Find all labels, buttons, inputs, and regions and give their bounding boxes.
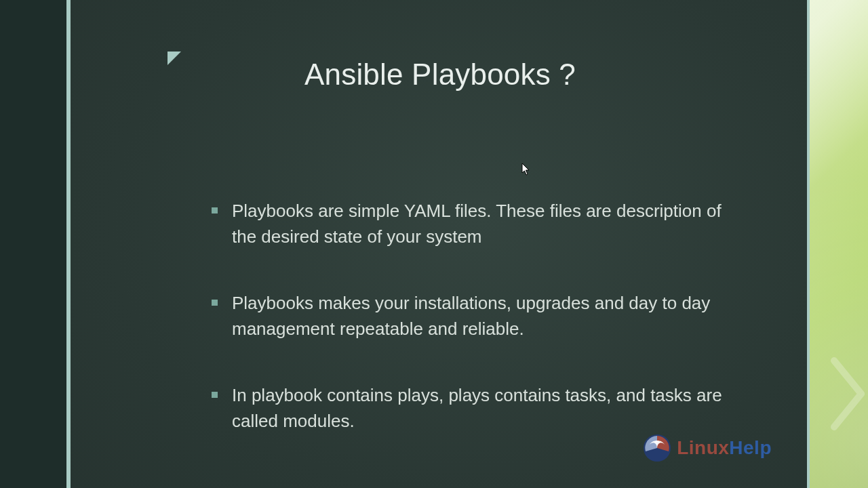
- slide-content: Ansible Playbooks ? Playbooks are simple…: [71, 0, 810, 488]
- bullet-item: Playbooks are simple YAML files. These f…: [206, 198, 742, 249]
- slide-title: Ansible Playbooks ?: [71, 58, 810, 92]
- left-margin-strip: [0, 0, 66, 488]
- chevron-right-icon: [830, 357, 868, 434]
- logo-text: LinuxHelp: [677, 437, 772, 459]
- logo-text-prefix: Linux: [677, 437, 729, 458]
- bullet-item: Playbooks makes your installations, upgr…: [206, 290, 742, 342]
- logo: LinuxHelp: [642, 432, 772, 464]
- logo-icon: [642, 432, 673, 464]
- right-decorative-panel: [810, 0, 868, 488]
- logo-text-suffix: Help: [729, 437, 772, 458]
- mouse-cursor-icon: [521, 163, 531, 176]
- bullet-item: In playbook contains plays, plays contai…: [206, 382, 742, 434]
